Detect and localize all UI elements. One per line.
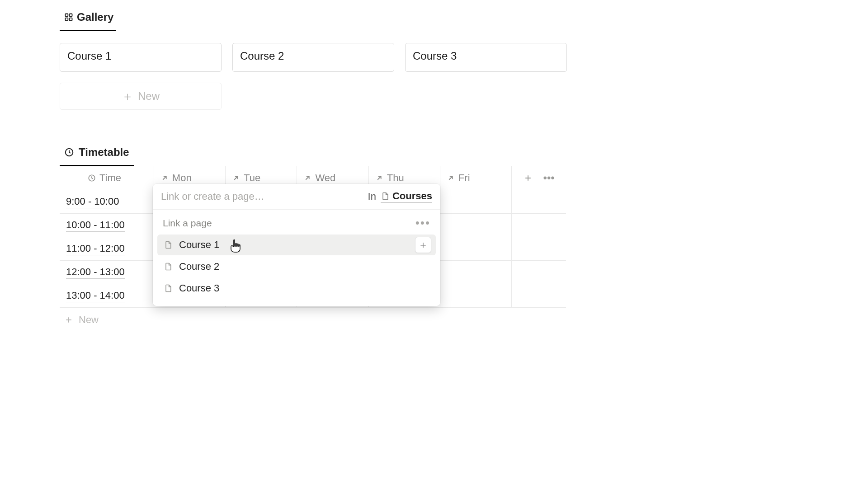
gallery-card[interactable]: Course 2 — [232, 43, 394, 72]
add-row-button[interactable]: New — [60, 308, 808, 326]
col-header-actions: ••• — [512, 166, 566, 190]
page-icon — [164, 262, 173, 271]
clock-icon — [88, 174, 96, 182]
time-cell-label: 13:00 - 14:00 — [66, 290, 125, 302]
relation-option[interactable]: Course 3 — [157, 278, 436, 299]
gallery-card[interactable]: Course 1 — [60, 43, 222, 72]
relation-icon — [160, 174, 169, 182]
page-icon — [164, 240, 173, 249]
link-page-section-label: Link a page — [163, 218, 212, 229]
col-header-fri-label: Fri — [458, 172, 470, 184]
page-icon — [381, 192, 390, 201]
relation-search-input[interactable] — [161, 191, 368, 202]
relation-option[interactable]: Course 2 — [157, 256, 436, 277]
col-header-thu-label: Thu — [387, 172, 404, 184]
clock-icon — [64, 147, 74, 157]
col-header-time[interactable]: Time — [60, 166, 154, 190]
svg-rect-0 — [66, 14, 68, 17]
add-relation-button[interactable]: ＋ — [415, 237, 431, 253]
gallery-card[interactable]: Course 3 — [405, 43, 567, 72]
gallery-tab-label: Gallery — [77, 11, 113, 23]
relation-popover: In Courses Link a page ••• Course 1 ＋ — [153, 184, 440, 306]
timetable-tabrow: Timetable — [60, 142, 808, 166]
gallery-new-label: New — [138, 90, 160, 103]
col-header-wed-label: Wed — [315, 172, 335, 184]
time-cell-label: 11:00 - 12:00 — [66, 243, 125, 255]
svg-rect-2 — [66, 18, 68, 21]
plus-icon — [64, 315, 73, 324]
time-cell-label: 10:00 - 11:00 — [66, 219, 125, 232]
relation-option[interactable]: Course 1 ＋ — [157, 235, 436, 255]
relation-option-label: Course 3 — [179, 282, 219, 294]
plus-icon: ＋ — [122, 90, 133, 102]
gallery-cards: Course 1 Course 2 Course 3 — [60, 43, 808, 72]
database-chip-label: Courses — [392, 190, 432, 202]
relation-icon — [447, 174, 455, 182]
add-row-label: New — [79, 314, 99, 326]
relation-option-label: Course 2 — [179, 261, 219, 272]
in-label: In — [368, 191, 376, 202]
time-cell-label: 12:00 - 13:00 — [66, 266, 125, 279]
relation-icon — [375, 174, 383, 182]
col-header-mon-label: Mon — [172, 172, 192, 184]
col-header-time-label: Time — [99, 172, 121, 184]
relation-option-label: Course 1 — [179, 239, 219, 251]
add-column-button[interactable] — [524, 174, 533, 183]
table-options-button[interactable]: ••• — [543, 176, 555, 180]
col-header-tue-label: Tue — [244, 172, 260, 184]
timetable-tab[interactable]: Timetable — [60, 142, 134, 166]
svg-rect-1 — [70, 14, 72, 17]
database-chip[interactable]: Courses — [381, 190, 432, 203]
gallery-icon — [64, 13, 73, 22]
timetable-tab-label: Timetable — [79, 146, 129, 159]
popover-options-button[interactable]: ••• — [415, 216, 430, 230]
gallery-new-card[interactable]: ＋ New — [60, 83, 222, 110]
relation-icon — [232, 174, 240, 182]
svg-rect-3 — [70, 18, 72, 21]
time-cell-label: 9:00 - 10:00 — [66, 196, 119, 208]
relation-icon — [303, 174, 311, 182]
gallery-tab[interactable]: Gallery — [60, 7, 116, 31]
page-icon — [164, 284, 173, 293]
col-header-fri[interactable]: Fri — [440, 166, 511, 190]
gallery-tabrow: Gallery — [60, 5, 808, 31]
